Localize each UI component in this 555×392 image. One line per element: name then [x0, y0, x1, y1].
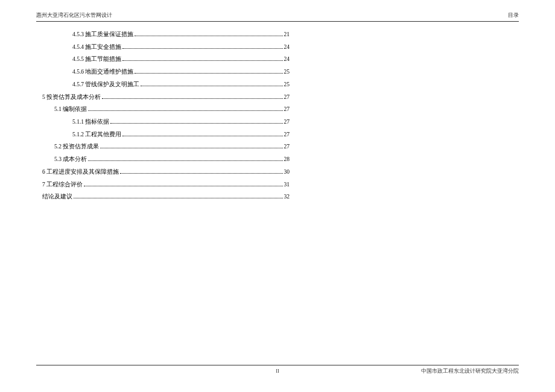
- toc-entry-label: 4.5.4 施工安全措施: [72, 43, 121, 52]
- toc-entry-page: 25: [284, 80, 290, 89]
- header-title-left: 惠州大亚湾石化区污水管网设计: [36, 12, 112, 19]
- toc-leader-dots: [141, 86, 282, 86]
- toc-row: 5.1.1 指标依据27: [36, 118, 290, 127]
- toc-entry-label: 5.1 编制依据: [54, 105, 87, 114]
- toc-row: 5.3 成本分析28: [36, 155, 290, 164]
- toc-row: 5.1 编制依据27: [36, 105, 290, 114]
- toc-row: 5 投资估算及成本分析27: [36, 93, 290, 102]
- toc-row: 4.5.5 施工节能措施24: [36, 55, 290, 64]
- page-header: 惠州大亚湾石化区污水管网设计 目录: [36, 12, 519, 22]
- toc-entry-page: 25: [284, 68, 290, 77]
- toc-entry-label: 5.2 投资估算成果: [54, 142, 99, 151]
- toc-leader-dots: [88, 110, 282, 111]
- toc-entry-page: 27: [284, 142, 290, 151]
- header-title-right: 目录: [508, 12, 519, 19]
- toc-leader-dots: [135, 73, 282, 74]
- toc-leader-dots: [122, 60, 282, 61]
- toc-entry-page: 21: [284, 30, 290, 39]
- toc-row: 结论及建议32: [36, 192, 290, 201]
- toc-entry-page: 27: [284, 105, 290, 114]
- toc-entry-page: 24: [284, 55, 290, 64]
- document-page: 惠州大亚湾石化区污水管网设计 目录 4.5.3 施工质量保证措施214.5.4 …: [36, 12, 519, 380]
- toc-entry-label: 5.3 成本分析: [54, 155, 87, 164]
- toc-entry-page: 32: [284, 192, 290, 201]
- toc-entry-page: 27: [284, 130, 290, 139]
- toc-entry-label: 5 投资估算及成本分析: [42, 93, 101, 102]
- toc-row: 6 工程进度安排及其保障措施30: [36, 168, 290, 177]
- toc-row: 7 工程综合评价31: [36, 180, 290, 189]
- toc-entry-page: 27: [284, 93, 290, 102]
- toc-leader-dots: [135, 36, 282, 36]
- toc-entry-page: 28: [284, 155, 290, 164]
- toc-entry-label: 6 工程进度安排及其保障措施: [42, 168, 119, 177]
- toc-leader-dots: [74, 198, 283, 198]
- toc-row: 4.5.6 地面交通维护措施25: [36, 68, 290, 77]
- toc-leader-dots: [122, 136, 282, 136]
- page-footer: II 中国市政工程东北设计研究院大亚湾分院: [36, 365, 519, 375]
- toc-leader-dots: [122, 48, 282, 49]
- toc-leader-dots: [110, 123, 282, 124]
- toc-row: 4.5.3 施工质量保证措施21: [36, 30, 290, 39]
- toc-leader-dots: [100, 148, 282, 148]
- toc-leader-dots: [102, 98, 282, 99]
- toc-entry-label: 4.5.6 地面交通维护措施: [72, 68, 133, 77]
- toc-entry-label: 4.5.7 管线保护及文明施工: [72, 80, 139, 89]
- toc-entry-page: 24: [284, 43, 290, 52]
- toc-row: 5.1.2 工程其他费用27: [36, 130, 290, 139]
- toc-entry-label: 5.1.1 指标依据: [72, 118, 109, 127]
- toc-row: 4.5.4 施工安全措施24: [36, 43, 290, 52]
- toc-entry-page: 30: [284, 168, 290, 177]
- toc-leader-dots: [84, 186, 282, 186]
- toc-entry-label: 4.5.5 施工节能措施: [72, 55, 121, 64]
- table-of-contents: 4.5.3 施工质量保证措施214.5.4 施工安全措施244.5.5 施工节能…: [36, 30, 290, 201]
- toc-leader-dots: [120, 173, 282, 174]
- toc-row: 5.2 投资估算成果27: [36, 142, 290, 151]
- toc-entry-page: 31: [284, 180, 290, 189]
- toc-entry-label: 结论及建议: [42, 192, 72, 201]
- toc-leader-dots: [88, 160, 282, 161]
- toc-row: 4.5.7 管线保护及文明施工25: [36, 80, 290, 89]
- toc-entry-label: 5.1.2 工程其他费用: [72, 130, 121, 139]
- toc-entry-label: 4.5.3 施工质量保证措施: [72, 30, 133, 39]
- toc-entry-label: 7 工程综合评价: [42, 180, 83, 189]
- footer-page-number: II: [36, 368, 519, 374]
- toc-entry-page: 27: [284, 118, 290, 127]
